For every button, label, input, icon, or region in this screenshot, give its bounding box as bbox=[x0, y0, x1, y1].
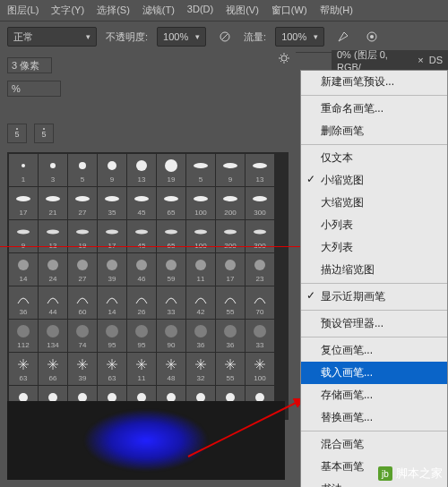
brush-preset[interactable]: 55 bbox=[216, 286, 245, 319]
gear-icon[interactable] bbox=[278, 52, 290, 66]
brush-preset[interactable]: 19 bbox=[68, 220, 97, 252]
brush-preset[interactable]: 44 bbox=[39, 286, 67, 319]
menu-item[interactable]: 载入画笔... bbox=[301, 362, 447, 384]
menu-item[interactable]: 重命名画笔... bbox=[301, 98, 447, 120]
brush-preset[interactable]: 11 bbox=[186, 253, 215, 286]
brush-preset[interactable]: 3 bbox=[39, 154, 67, 186]
brush-preset[interactable]: 66 bbox=[39, 353, 67, 385]
brush-preset[interactable]: 100 bbox=[186, 187, 215, 219]
brush-preset[interactable]: 26 bbox=[127, 286, 156, 319]
brush-preset[interactable]: 19 bbox=[157, 154, 185, 186]
menu-item[interactable]: 大列表 bbox=[301, 236, 447, 259]
brush-preset[interactable]: 100 bbox=[246, 353, 274, 385]
brush-preset[interactable]: 5 bbox=[68, 154, 97, 186]
brush-preset[interactable]: 90 bbox=[157, 320, 185, 352]
menu-item[interactable]: 图层(L) bbox=[7, 4, 39, 17]
preset-tile[interactable]: 5 bbox=[7, 124, 27, 143]
brush-preset[interactable]: 100 bbox=[186, 220, 215, 252]
brush-preset[interactable]: 300 bbox=[246, 187, 274, 219]
menu-item[interactable]: 仅文本 bbox=[301, 147, 447, 169]
menu-item[interactable]: 窗口(W) bbox=[271, 4, 307, 17]
menu-item[interactable]: 文字(Y) bbox=[51, 4, 84, 17]
brush-preset[interactable]: 36 bbox=[186, 320, 215, 352]
menu-item[interactable]: 帮助(H) bbox=[320, 4, 353, 17]
brush-preset[interactable]: 13 bbox=[127, 154, 156, 186]
brush-preset[interactable]: 95 bbox=[98, 320, 126, 352]
menu-item[interactable]: 小缩览图 bbox=[301, 169, 447, 192]
brush-preset[interactable]: 9 bbox=[9, 220, 38, 252]
brush-preset[interactable]: 17 bbox=[9, 187, 38, 219]
brush-preset[interactable]: 55 bbox=[216, 353, 245, 385]
brush-preset[interactable]: 46 bbox=[127, 253, 156, 286]
menu-item[interactable]: 3D(D) bbox=[187, 4, 213, 17]
blend-mode-dropdown[interactable]: 正常 ▾ bbox=[7, 27, 97, 47]
menu-item[interactable]: 预设管理器... bbox=[301, 312, 447, 335]
menu-item[interactable]: 混合画笔 bbox=[301, 433, 447, 456]
brush-preset[interactable]: 200 bbox=[216, 220, 245, 252]
brush-preset[interactable]: 17 bbox=[98, 220, 126, 252]
brush-preset[interactable]: 48 bbox=[157, 353, 185, 385]
brush-preset[interactable]: 17 bbox=[216, 253, 245, 286]
brush-preset[interactable]: 35 bbox=[98, 187, 126, 219]
brush-preset[interactable]: 9 bbox=[98, 154, 126, 186]
close-icon[interactable]: × bbox=[418, 55, 423, 65]
brush-preset[interactable]: 134 bbox=[39, 320, 67, 352]
document-tab[interactable]: 0% (图层 0, RGB/ × DS bbox=[332, 50, 448, 70]
pressure-opacity-icon[interactable] bbox=[215, 27, 235, 47]
brush-preset[interactable]: 42 bbox=[186, 286, 215, 319]
brush-preset[interactable]: 74 bbox=[68, 320, 97, 352]
brush-preset[interactable]: 70 bbox=[246, 286, 274, 319]
hardness-field[interactable]: % bbox=[7, 81, 61, 97]
menu-item[interactable]: 大缩览图 bbox=[301, 192, 447, 214]
opacity-input[interactable]: 100% ▾ bbox=[157, 27, 206, 47]
menu-item[interactable]: 替换画笔... bbox=[301, 406, 447, 429]
brush-size-field[interactable]: 3 像素 bbox=[7, 57, 52, 73]
brush-preset[interactable]: 60 bbox=[68, 286, 97, 319]
brush-preset[interactable]: 39 bbox=[98, 253, 126, 286]
brush-preset[interactable]: 300 bbox=[246, 220, 274, 252]
brush-preset[interactable]: 63 bbox=[9, 353, 38, 385]
pressure-size-icon[interactable] bbox=[362, 27, 382, 47]
brush-preset[interactable]: 65 bbox=[157, 187, 185, 219]
brush-preset[interactable]: 13 bbox=[39, 220, 67, 252]
brush-preset[interactable]: 36 bbox=[216, 320, 245, 352]
brush-preset[interactable]: 14 bbox=[98, 286, 126, 319]
brush-preset[interactable]: 11 bbox=[127, 353, 156, 385]
brush-preset[interactable]: 21 bbox=[39, 187, 67, 219]
brush-preset[interactable]: 5 bbox=[186, 154, 215, 186]
menu-item[interactable]: 滤镜(T) bbox=[142, 4, 175, 17]
brush-preset[interactable]: 32 bbox=[186, 353, 215, 385]
brush-preset[interactable]: 63 bbox=[98, 353, 126, 385]
menu-item[interactable]: 视图(V) bbox=[226, 4, 259, 17]
brush-preset[interactable]: 36 bbox=[9, 286, 38, 319]
menu-item[interactable]: 选择(S) bbox=[97, 4, 130, 17]
brush-preset[interactable]: 23 bbox=[246, 253, 274, 286]
menu-item[interactable]: 新建画笔预设... bbox=[301, 71, 447, 93]
flow-input[interactable]: 100% ▾ bbox=[275, 27, 324, 47]
brush-preset[interactable]: 33 bbox=[157, 286, 185, 319]
brush-preset[interactable]: 112 bbox=[9, 320, 38, 352]
brush-preset[interactable]: 27 bbox=[68, 253, 97, 286]
brush-preset[interactable]: 65 bbox=[157, 220, 185, 252]
menu-item[interactable]: 存储画笔... bbox=[301, 384, 447, 406]
brush-preset[interactable]: 1 bbox=[9, 154, 38, 186]
brush-preset[interactable]: 9 bbox=[216, 154, 245, 186]
menu-item[interactable]: 显示近期画笔 bbox=[301, 286, 447, 308]
brush-preset[interactable]: 200 bbox=[216, 187, 245, 219]
brush-preset[interactable]: 45 bbox=[127, 187, 156, 219]
brush-preset[interactable]: 59 bbox=[157, 253, 185, 286]
menu-item[interactable]: 复位画笔... bbox=[301, 339, 447, 362]
brush-preset[interactable]: 14 bbox=[9, 253, 38, 286]
menu-item[interactable]: 小列表 bbox=[301, 214, 447, 236]
brush-preset[interactable]: 45 bbox=[127, 220, 156, 252]
brush-preset[interactable]: 33 bbox=[246, 320, 274, 352]
menu-item[interactable]: 描边缩览图 bbox=[301, 259, 447, 281]
brush-preset[interactable]: 13 bbox=[246, 154, 274, 186]
preset-tile[interactable]: 5 bbox=[34, 124, 54, 143]
brush-preset[interactable]: 24 bbox=[39, 253, 67, 286]
menu-item[interactable]: 删除画笔 bbox=[301, 120, 447, 142]
airbrush-icon[interactable] bbox=[333, 27, 353, 47]
brush-preset[interactable]: 27 bbox=[68, 187, 97, 219]
brush-preset[interactable]: 39 bbox=[68, 353, 97, 385]
brush-preset[interactable]: 95 bbox=[127, 320, 156, 352]
